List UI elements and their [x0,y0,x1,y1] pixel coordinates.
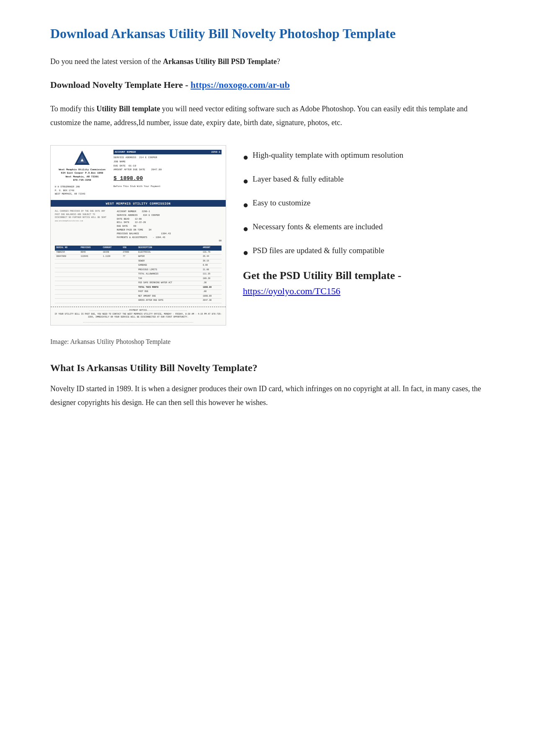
bill-return-text: Before This Stub With Your Payment [113,185,222,189]
svg-text:▲: ▲ [80,157,84,163]
bill-customer-stub: H H STRUEMAKER JAN P. O. BOX 1748 WEST M… [55,185,109,196]
job-name-label: JOB NAME [113,160,126,163]
service-address-value: 214 E COOPER [139,156,157,159]
table-row: SEWER39.15 [55,259,222,264]
bullet-item-2: ● Layer based & fully editable [243,173,486,188]
acct-label: ACCOUNT NUMBER [115,150,136,154]
logo-triangle-icon: ▲ [74,150,90,166]
bullet-text-2: Layer based & fully editable [253,173,343,185]
bill-right-info: ACCOUNT NUMBER 2250-1 SERVICE ADDRESS 21… [113,150,222,196]
page-title: Download Arkansas Utility Bill Novelty P… [50,25,486,43]
bill-detail-columns: ALL CHARGES PREVIOUS BY THE DUE DATE ANY… [55,210,222,243]
bill-section-title: WEST MEMPHIS UTILITY COMMISSION [51,201,226,207]
bill-usage-table: SERIAL NO PREVIOUS CURRENT USE DESCRIPTI… [55,246,222,303]
intro-text-prefix: Do you need the latest version of the [50,57,163,66]
bullet-item-1: ● High-quality template with optimum res… [243,149,486,164]
bullet-item-4: ● Necessary fonts & elements are include… [243,221,486,236]
get-psd-link[interactable]: https://oyolyo.com/TC156 [243,286,340,296]
bullets-area: ● High-quality template with optimum res… [243,145,486,297]
table-row: 300478601120431.112077WATER26.44 [55,255,222,259]
table-header-description: DESCRIPTION [137,246,201,251]
bullet-dot-1: ● [243,150,248,164]
bill-footer-notice: IF YOUR UTILITY BILL IS PAST DUE, YOU NE… [52,313,224,319]
table-row: PREVIOUS LIMITS21.00 [55,268,222,272]
download-heading: Download Novelty Template Here - https:/… [50,79,486,90]
intro-text-suffix: ? [277,57,280,66]
table-row: TAX189.20 [55,277,222,281]
service-address-label: SERVICE ADDRESS [113,156,136,159]
bullet-dot-2: ● [243,174,248,188]
bullet-dot-4: ● [243,222,248,236]
bill-detail-right: ACCOUNT NUMBER 2290-1 SERVICE ADDRESS 63… [117,210,222,243]
due-date-label: DUE DATE [113,164,126,167]
bill-top: ▲ West Memphis Utility Commission 634 Ea… [51,146,226,201]
body-bold: Utility Bill template [96,105,160,113]
table-header-serial: SERIAL NO [55,246,79,251]
download-heading-text: Download Novelty Template Here - [50,79,191,90]
get-psd-heading: Get the PSD Utility Bill template - [243,269,486,283]
bill-detail-left: ALL CHARGES PREVIOUS BY THE DUE DATE ANY… [55,210,113,243]
bill-footer: ................................PAYMENT … [51,307,226,325]
bullet-dot-3: ● [243,198,248,212]
bill-utility-name: West Memphis Utility Commission [55,168,109,172]
bill-phone: 870-735-3358 [55,179,109,182]
table-header-previous: PREVIOUS [79,246,101,251]
bullet-text-4: Necessary fonts & elements are included [253,221,383,233]
image-caption: Image: Arkansas Utility Photoshop Templa… [50,338,486,346]
due-date-value: 01-10 [129,164,136,167]
bill-preview: ▲ West Memphis Utility Commission 634 Ea… [50,145,226,325]
bill-service-info: SERVICE ADDRESS 214 E COOPER JOB NAME DU… [113,156,222,172]
bill-dotted-line-2: ........................................… [52,320,224,323]
bullet-text-5: PSD files are updated & fully compatible [253,245,384,257]
what-is-heading: What Is Arkansas Utility Bill Novelty Te… [50,362,486,374]
intro-bold: Arkansas Utility Bill PSD Template [163,57,277,66]
table-row: TOTAL THIS MONTH1898.09 [55,285,222,290]
bill-dotted-line: ................................PAYMENT … [52,309,224,312]
bill-amount-due-display: $ 1898.00 [113,174,222,183]
table-row: TOTAL ALLOWANCES111.35 [55,272,222,277]
bullet-text-1: High-quality template with optimum resol… [253,149,403,161]
bill-address2: West Memphis, AR 72301 [55,175,109,179]
download-link[interactable]: https://noxogo.com/ar-ub [191,79,290,90]
table-header-amount: AMOUNT [201,246,222,251]
body-paragraph: To modify this Utility Bill template you… [50,102,486,130]
bullet-dot-5: ● [243,246,248,259]
bill-acct-row: ACCOUNT NUMBER 2250-1 [113,150,222,155]
table-header-use: USE [121,246,137,251]
table-row: 78B623490461015827060ELECTRICAL131.76 [55,251,222,255]
bullet-item-3: ● Easy to customize [243,197,486,212]
bill-notices: ALL CHARGES PREVIOUS BY THE DUE DATE ANY… [55,210,113,223]
table-row: GROSS AFTER DUE DATE2047.30 [55,299,222,303]
table-row: PAST DUE.00 [55,290,222,295]
what-is-body: Novelty ID started in 1989. It is when a… [50,382,486,410]
bill-detail-area: ALL CHARGES PREVIOUS BY THE DUE DATE ANY… [51,207,226,307]
bill-account-details: ACCOUNT NUMBER 2290-1 SERVICE ADDRESS 63… [117,210,222,243]
content-row: ▲ West Memphis Utility Commission 634 Ea… [50,145,486,325]
table-header-current: CURRENT [101,246,121,251]
intro-paragraph: Do you need the latest version of the Ar… [50,55,486,68]
table-row: NET AMOUNT DUE1898.09 [55,294,222,299]
bill-website: www.westmemphisutilities.com [55,220,83,222]
bill-logo-area: ▲ West Memphis Utility Commission 634 Ea… [55,150,109,196]
acct-value: 2250-1 [211,150,220,154]
get-psd-block: Get the PSD Utility Bill template - http… [243,269,486,297]
bill-address1: 634 East Cooper P.O.Box 1868 [55,172,109,175]
bullet-text-3: Easy to customize [253,197,310,209]
table-row: FED SAFE DRINKING WATER ACT.30 [55,281,222,286]
bullet-item-5: ● PSD files are updated & fully compatib… [243,245,486,259]
table-row: GARBAGE8.00 [55,264,222,268]
